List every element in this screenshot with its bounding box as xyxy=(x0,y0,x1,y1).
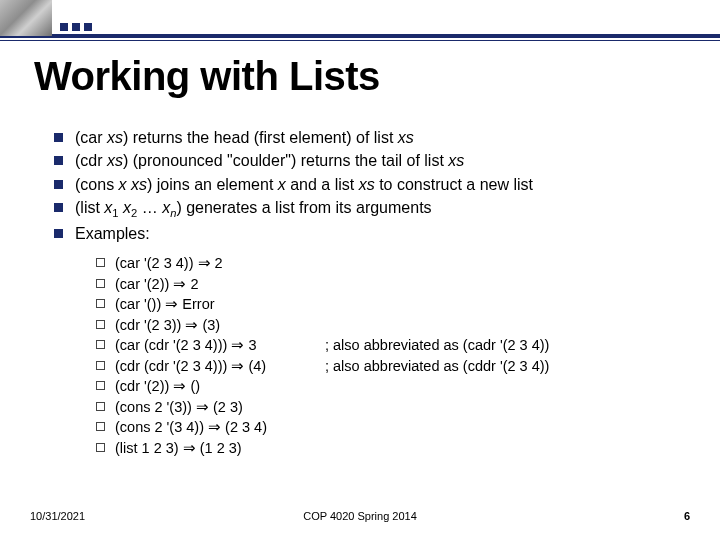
example-item: (cons 2 '(3 4)) ⇒ (2 3 4) xyxy=(96,418,676,437)
example-expression: (cdr '(2)) ⇒ () xyxy=(115,377,325,396)
example-expression: (car (cdr '(2 3 4))) ⇒ 3 xyxy=(115,336,325,355)
hollow-square-bullet-icon xyxy=(96,320,105,329)
main-bullet-item: (list x1 x2 … xn) generates a list from … xyxy=(54,198,684,221)
slide-footer: 10/31/2021 COP 4020 Spring 2014 6 xyxy=(30,510,690,522)
example-expression: (car '()) ⇒ Error xyxy=(115,295,325,314)
filled-square-bullet-icon xyxy=(54,203,63,212)
example-comment: ; also abbreviated as (cadr '(2 3 4)) xyxy=(325,336,549,355)
main-bullet-text: (cons x xs) joins an element x and a lis… xyxy=(75,175,684,195)
example-expression: (car '(2)) ⇒ 2 xyxy=(115,275,325,294)
main-bullet-text: (list x1 x2 … xn) generates a list from … xyxy=(75,198,684,221)
hollow-square-bullet-icon xyxy=(96,381,105,390)
example-comment: ; also abbreviated as (cddr '(2 3 4)) xyxy=(325,357,549,376)
main-bullet-text: Examples: xyxy=(75,224,684,244)
hollow-square-bullet-icon xyxy=(96,443,105,452)
example-item: (cons 2 '(3)) ⇒ (2 3) xyxy=(96,398,676,417)
hollow-square-bullet-icon xyxy=(96,279,105,288)
example-item: (list 1 2 3) ⇒ (1 2 3) xyxy=(96,439,676,458)
hollow-square-bullet-icon xyxy=(96,422,105,431)
hollow-square-bullet-icon xyxy=(96,361,105,370)
example-item: (car '(2 3 4)) ⇒ 2 xyxy=(96,254,676,273)
header-accent-square xyxy=(72,23,80,31)
header-accent-square xyxy=(60,23,68,31)
example-expression: (cons 2 '(3 4)) ⇒ (2 3 4) xyxy=(115,418,325,437)
hollow-square-bullet-icon xyxy=(96,258,105,267)
main-bullet-list: (car xs) returns the head (first element… xyxy=(54,128,684,247)
main-bullet-text: (cdr xs) (pronounced "coulder") returns … xyxy=(75,151,684,171)
example-item: (car '()) ⇒ Error xyxy=(96,295,676,314)
header-rule-thin xyxy=(0,40,720,41)
header-photo-thumbnail xyxy=(0,0,52,38)
example-item: (car '(2)) ⇒ 2 xyxy=(96,275,676,294)
example-expression: (list 1 2 3) ⇒ (1 2 3) xyxy=(115,439,325,458)
example-item: (cdr (cdr '(2 3 4))) ⇒ (4); also abbrevi… xyxy=(96,357,676,376)
examples-sublist: (car '(2 3 4)) ⇒ 2(car '(2)) ⇒ 2(car '()… xyxy=(96,254,676,459)
example-expression: (car '(2 3 4)) ⇒ 2 xyxy=(115,254,325,273)
header-decoration xyxy=(0,0,720,42)
footer-page-number: 6 xyxy=(684,510,690,522)
main-bullet-item: (cons x xs) joins an element x and a lis… xyxy=(54,175,684,195)
example-item: (cdr '(2)) ⇒ () xyxy=(96,377,676,396)
example-expression: (cdr (cdr '(2 3 4))) ⇒ (4) xyxy=(115,357,325,376)
main-bullet-item: (car xs) returns the head (first element… xyxy=(54,128,684,148)
main-bullet-item: (cdr xs) (pronounced "coulder") returns … xyxy=(54,151,684,171)
slide-title: Working with Lists xyxy=(34,54,380,99)
main-bullet-text: (car xs) returns the head (first element… xyxy=(75,128,684,148)
example-item: (car (cdr '(2 3 4))) ⇒ 3; also abbreviat… xyxy=(96,336,676,355)
example-expression: (cons 2 '(3)) ⇒ (2 3) xyxy=(115,398,325,417)
hollow-square-bullet-icon xyxy=(96,340,105,349)
header-accent-square xyxy=(84,23,92,31)
footer-course: COP 4020 Spring 2014 xyxy=(303,510,417,522)
filled-square-bullet-icon xyxy=(54,229,63,238)
filled-square-bullet-icon xyxy=(54,180,63,189)
hollow-square-bullet-icon xyxy=(96,402,105,411)
main-bullet-item: Examples: xyxy=(54,224,684,244)
filled-square-bullet-icon xyxy=(54,156,63,165)
example-expression: (cdr '(2 3)) ⇒ (3) xyxy=(115,316,325,335)
footer-date: 10/31/2021 xyxy=(30,510,85,522)
filled-square-bullet-icon xyxy=(54,133,63,142)
header-rule-thick xyxy=(52,34,720,38)
hollow-square-bullet-icon xyxy=(96,299,105,308)
example-item: (cdr '(2 3)) ⇒ (3) xyxy=(96,316,676,335)
